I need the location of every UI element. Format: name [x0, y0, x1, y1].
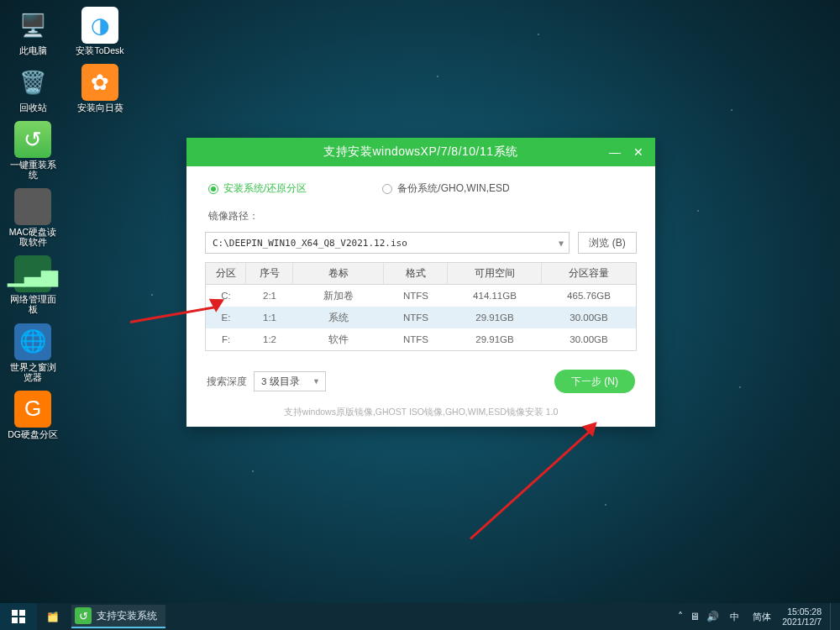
cell-free: 29.91GB — [448, 307, 542, 328]
desktop-icon-label: 安装ToDesk — [76, 45, 123, 55]
table-row[interactable]: F: 1:2 软件 NTFS 29.91GB 30.00GB — [206, 328, 636, 350]
ime-script[interactable]: 简体 — [750, 610, 774, 624]
pc-icon: 🖥️ — [14, 7, 51, 44]
desktop-icon-label: MAC硬盘读取软件 — [7, 227, 59, 247]
footer-note: 支持windows原版镜像,GHOST ISO镜像,GHO,WIM,ESD镜像安… — [205, 407, 637, 418]
radio-label: 备份系统/GHO,WIN,ESD — [397, 181, 509, 196]
browse-button[interactable]: 浏览 (B) — [578, 232, 637, 254]
partition-icon: G — [14, 391, 51, 428]
close-button[interactable]: ✕ — [627, 138, 650, 166]
search-depth-select[interactable]: 3 级目录 ▼ — [254, 371, 326, 391]
desktop-icon-reinstall[interactable]: ↺ 一键重装系统 — [7, 121, 59, 180]
desktop-icon-sunflower[interactable]: ✿ 安装向日葵 — [74, 64, 126, 113]
cell-format: NTFS — [384, 307, 448, 328]
radio-label: 安装系统/还原分区 — [223, 181, 307, 196]
bars-icon: ▁▃▅ — [14, 255, 51, 292]
cell-index: 1:2 — [246, 328, 293, 350]
search-depth-label: 搜索深度 — [207, 375, 247, 389]
image-path-dropdown[interactable]: C:\DEEPIN_WIN10_X64_Q8_V2021.12.iso ▼ — [205, 232, 570, 254]
taskbar-app-installer[interactable]: ↺ 支持安装系统 — [71, 605, 165, 628]
window-title: 支持安装windowsXP/7/8/10/11系统 — [323, 144, 517, 160]
taskbar-time: 15:05:28 — [782, 606, 822, 617]
ime-language[interactable]: 中 — [727, 610, 742, 624]
cell-partition: C: — [206, 285, 246, 307]
desktop-icon-network-panel[interactable]: ▁▃▅ 网络管理面板 — [7, 255, 59, 314]
desktop-icon-label: 此电脑 — [19, 45, 47, 55]
next-button[interactable]: 下一步 (N) — [554, 370, 635, 393]
cell-free: 29.91GB — [448, 328, 542, 350]
col-index: 序号 — [246, 263, 293, 284]
installer-app-icon: ↺ — [75, 607, 92, 624]
globe-icon: 🌐 — [14, 323, 51, 360]
image-path-value: C:\DEEPIN_WIN10_X64_Q8_V2021.12.iso — [213, 238, 407, 249]
apple-icon — [14, 188, 51, 225]
col-volume: 卷标 — [293, 263, 384, 284]
cell-format: NTFS — [384, 285, 448, 307]
cell-index: 2:1 — [246, 285, 293, 307]
desktop-icon-mac-disk[interactable]: MAC硬盘读取软件 — [7, 188, 59, 247]
start-button[interactable] — [0, 603, 37, 630]
search-depth-value: 3 级目录 — [261, 375, 300, 388]
radio-dot-icon — [382, 184, 392, 194]
cell-capacity: 30.00GB — [542, 328, 636, 350]
tray-display-icon[interactable]: 🖥 — [690, 611, 700, 622]
todesk-icon: ◑ — [81, 7, 118, 44]
svg-rect-2 — [12, 617, 18, 623]
taskbar-clock[interactable]: 15:05:28 2021/12/7 — [782, 606, 822, 627]
cell-format: NTFS — [384, 328, 448, 350]
tray-volume-icon[interactable]: 🔊 — [706, 611, 719, 622]
window-titlebar[interactable]: 支持安装windowsXP/7/8/10/11系统 — ✕ — [186, 138, 655, 166]
desktop-icon-dg[interactable]: G DG硬盘分区 — [7, 391, 59, 439]
desktop-icon-label: 一键重装系统 — [7, 160, 59, 180]
table-header: 分区 序号 卷标 格式 可用空间 分区容量 — [206, 263, 636, 285]
chevron-down-icon: ▼ — [559, 239, 564, 248]
table-row[interactable]: C: 2:1 新加卷 NTFS 414.11GB 465.76GB — [206, 285, 636, 307]
cell-volume: 软件 — [293, 328, 384, 350]
radio-install-restore[interactable]: 安装系统/还原分区 — [208, 181, 307, 196]
windows-icon — [12, 610, 25, 623]
minimize-button[interactable]: — — [603, 138, 627, 166]
svg-rect-3 — [19, 617, 25, 623]
cell-volume: 系统 — [293, 307, 384, 328]
col-format: 格式 — [384, 263, 448, 284]
chevron-down-icon: ▼ — [312, 377, 320, 386]
taskbar-date: 2021/12/7 — [782, 617, 822, 627]
col-partition: 分区 — [206, 263, 246, 284]
taskbar-file-explorer[interactable]: 🗂️ — [37, 603, 69, 630]
svg-rect-1 — [19, 610, 25, 616]
cell-partition: F: — [206, 328, 246, 350]
sunflower-icon: ✿ — [81, 64, 118, 101]
desktop-icon-label: 回收站 — [19, 102, 47, 113]
desktop-icons: 🖥️ 此电脑 🗑️ 回收站 ↺ 一键重装系统 MAC硬盘读取软件 ▁▃▅ 网络管… — [7, 7, 126, 439]
desktop-icon-recycle-bin[interactable]: 🗑️ 回收站 — [7, 64, 59, 113]
radio-dot-icon — [208, 184, 218, 194]
cell-capacity: 465.76GB — [542, 285, 636, 307]
trash-icon: 🗑️ — [14, 64, 51, 101]
installer-window: 支持安装windowsXP/7/8/10/11系统 — ✕ 安装系统/还原分区 … — [186, 138, 655, 427]
image-path-label: 镜像路径： — [208, 209, 637, 223]
taskbar-app-label: 支持安装系统 — [97, 610, 157, 622]
desktop-icon-todesk[interactable]: ◑ 安装ToDesk — [74, 7, 126, 55]
col-capacity: 分区容量 — [542, 263, 636, 284]
desktop-icon-label: 网络管理面板 — [7, 294, 59, 314]
folder-icon: 🗂️ — [47, 612, 59, 622]
cell-index: 1:1 — [246, 307, 293, 328]
radio-backup[interactable]: 备份系统/GHO,WIN,ESD — [382, 181, 509, 196]
cell-volume: 新加卷 — [293, 285, 384, 307]
svg-rect-0 — [12, 610, 18, 616]
cell-capacity: 30.00GB — [542, 307, 636, 328]
desktop-icon-label: 安装向日葵 — [77, 102, 123, 113]
taskbar: 🗂️ ↺ 支持安装系统 ˄ 🖥 🔊 中 简体 15:05:28 2021/12/… — [0, 603, 840, 630]
reinstall-icon: ↺ — [14, 121, 51, 158]
desktop-icon-this-pc[interactable]: 🖥️ 此电脑 — [7, 7, 59, 55]
partition-table: 分区 序号 卷标 格式 可用空间 分区容量 C: 2:1 新加卷 NTFS 41… — [205, 262, 637, 351]
desktop-icon-label: DG硬盘分区 — [8, 429, 58, 439]
desktop-icon-label: 世界之窗浏览器 — [7, 362, 59, 382]
table-row[interactable]: E: 1:1 系统 NTFS 29.91GB 30.00GB — [206, 307, 636, 328]
col-free: 可用空间 — [448, 263, 542, 284]
desktop-icon-browser[interactable]: 🌐 世界之窗浏览器 — [7, 323, 59, 382]
show-desktop-button[interactable] — [830, 603, 835, 630]
cell-partition: E: — [206, 307, 246, 328]
cell-free: 414.11GB — [448, 285, 542, 307]
tray-chevron-up-icon[interactable]: ˄ — [678, 611, 683, 622]
